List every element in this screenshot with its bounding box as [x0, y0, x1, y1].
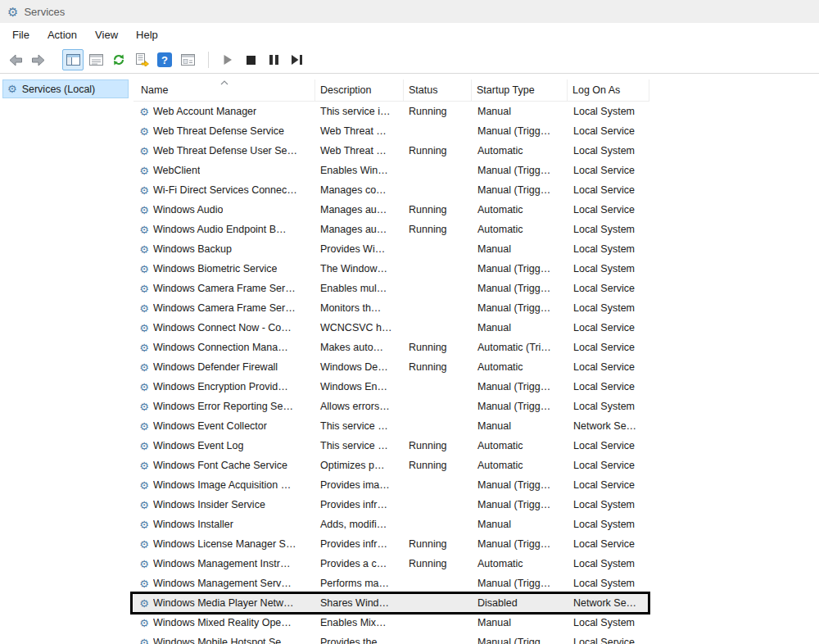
- console-tree-window-icon: [66, 54, 80, 66]
- column-header-name[interactable]: Name: [133, 79, 315, 101]
- table-row[interactable]: ⚙ Windows Event Log This service … Runni…: [133, 436, 649, 456]
- table-row[interactable]: ⚙ Windows Insider Service Provides infr……: [133, 495, 649, 515]
- table-row[interactable]: ⚙ Windows Camera Frame Ser… Monitors th……: [133, 298, 649, 318]
- title-bar: ⚙ Services: [0, 0, 819, 23]
- export-list-button[interactable]: [131, 49, 152, 70]
- service-startup-type: Automatic: [472, 440, 568, 451]
- properties-window-icon: [181, 54, 195, 66]
- column-header-log-on-as[interactable]: Log On As: [568, 79, 649, 101]
- table-row[interactable]: ⚙ WebClient Enables Win… Manual (Trigg… …: [133, 161, 649, 180]
- service-gear-icon: ⚙: [138, 381, 151, 393]
- service-startup-type: Manual: [472, 519, 568, 530]
- table-row[interactable]: ⚙ Windows Installer Adds, modifi… Manual…: [133, 515, 649, 534]
- table-row[interactable]: ⚙ Windows Encryption Provid… Windows En……: [133, 377, 649, 397]
- service-name: Windows Mobile Hotspot Se…: [153, 637, 292, 644]
- service-log-on-as: Local System: [568, 401, 649, 412]
- menu-view[interactable]: View: [86, 25, 127, 44]
- table-row[interactable]: ⚙ Windows Management Serv… Performs ma… …: [133, 574, 649, 593]
- forward-button[interactable]: [28, 49, 49, 70]
- table-row[interactable]: ⚙ Windows Defender Firewall Windows De… …: [133, 357, 649, 377]
- show-console-tree-button[interactable]: [62, 49, 84, 70]
- menu-action[interactable]: Action: [38, 25, 86, 44]
- service-startup-type: Manual (Trigg…: [472, 637, 568, 644]
- service-startup-type: Manual (Trigg…: [472, 479, 568, 491]
- service-startup-type: Automatic: [472, 460, 568, 471]
- table-row[interactable]: ⚙ Web Threat Defense Service Web Threat …: [133, 121, 649, 141]
- service-name: WebClient: [153, 165, 200, 176]
- table-row[interactable]: ⚙ Windows Audio Manages au… Running Auto…: [133, 200, 649, 220]
- table-row[interactable]: ⚙ Windows Backup Provides Wi… Manual Loc…: [133, 239, 649, 259]
- back-arrow-icon: [8, 54, 23, 66]
- service-log-on-as: Local Service: [568, 165, 649, 176]
- service-log-on-as: Local System: [568, 243, 649, 255]
- table-row[interactable]: ⚙ Windows Mixed Reality Ope… Enables Mix…: [133, 613, 649, 633]
- refresh-button[interactable]: [108, 49, 129, 70]
- service-description: Provides infr…: [315, 499, 404, 510]
- table-row[interactable]: ⚙ Windows Audio Endpoint B… Manages au… …: [133, 220, 649, 239]
- service-startup-type: Automatic: [472, 558, 568, 569]
- service-startup-type: Manual (Trigg…: [472, 538, 568, 550]
- column-header-description[interactable]: Description: [315, 79, 404, 101]
- service-log-on-as: Local Service: [568, 184, 649, 196]
- table-row[interactable]: ⚙ Windows Connection Mana… Makes auto… R…: [133, 338, 649, 357]
- table-row[interactable]: ⚙ Windows Biometric Service The Window… …: [133, 259, 649, 279]
- service-log-on-as: Local System: [568, 578, 649, 589]
- properties-button[interactable]: [177, 49, 198, 70]
- table-row[interactable]: ⚙ Windows License Manager S… Provides in…: [133, 534, 649, 554]
- service-gear-icon: ⚙: [138, 479, 151, 492]
- sidebar-item-services-local[interactable]: ⚙ Services (Local): [2, 79, 129, 98]
- service-status: Running: [404, 106, 472, 117]
- stop-icon: [247, 56, 256, 65]
- service-startup-type: Automatic: [472, 204, 568, 215]
- table-row[interactable]: ⚙ Windows Event Collector This service ……: [133, 416, 649, 436]
- pause-service-button[interactable]: [263, 49, 284, 70]
- menu-file[interactable]: File: [3, 25, 38, 44]
- service-log-on-as: Local System: [568, 617, 649, 628]
- column-header-status[interactable]: Status: [404, 79, 472, 101]
- table-row[interactable]: ⚙ Windows Mobile Hotspot Se… Provides th…: [133, 633, 649, 644]
- table-row[interactable]: ⚙ Web Account Manager This service i… Ru…: [133, 102, 649, 121]
- column-header-startup-type[interactable]: Startup Type: [472, 79, 568, 101]
- service-gear-icon: ⚙: [138, 184, 151, 197]
- restart-service-button[interactable]: [286, 49, 307, 70]
- back-button[interactable]: [5, 49, 26, 70]
- service-description: This service …: [315, 420, 404, 432]
- help-button[interactable]: ?: [154, 49, 175, 70]
- service-gear-icon: ⚙: [138, 322, 151, 334]
- list-window-icon: [89, 54, 103, 66]
- service-description: This service i…: [315, 106, 404, 117]
- service-name: Windows Biometric Service: [153, 263, 277, 274]
- menu-help[interactable]: Help: [127, 25, 167, 44]
- service-description: Enables Mix…: [315, 617, 404, 628]
- play-icon: [223, 54, 233, 66]
- service-gear-icon: ⚙: [138, 558, 151, 570]
- service-log-on-as: Local Service: [568, 460, 649, 471]
- table-row[interactable]: ⚙ Wi-Fi Direct Services Connec… Manages …: [133, 180, 649, 200]
- table-row[interactable]: ⚙ Windows Error Reporting Se… Allows err…: [133, 397, 649, 416]
- service-name: Windows Image Acquisition …: [153, 479, 291, 491]
- service-gear-icon: ⚙: [138, 401, 151, 413]
- service-startup-type: Manual (Trigg…: [472, 401, 568, 412]
- service-log-on-as: Local Service: [568, 361, 649, 373]
- service-description: Web Threat …: [315, 145, 404, 156]
- table-row[interactable]: ⚙ Windows Camera Frame Ser… Enables mul……: [133, 279, 649, 298]
- table-row[interactable]: ⚙ Windows Connect Now - Co… WCNCSVC h… M…: [133, 318, 649, 338]
- stop-service-button[interactable]: [240, 49, 261, 70]
- start-service-button[interactable]: [217, 49, 238, 70]
- service-name: Windows Defender Firewall: [153, 361, 278, 373]
- table-row[interactable]: ⚙ Windows Font Cache Service Optimizes p…: [133, 456, 649, 475]
- service-log-on-as: Local Service: [568, 381, 649, 392]
- table-row[interactable]: ⚙ Windows Media Player Netw… Shares Wind…: [133, 593, 649, 613]
- service-startup-type: Manual: [472, 420, 568, 432]
- table-row[interactable]: ⚙ Windows Image Acquisition … Provides i…: [133, 475, 649, 495]
- service-log-on-as: Local System: [568, 106, 649, 117]
- service-status: Running: [404, 145, 472, 156]
- service-name: Windows Insider Service: [153, 499, 265, 510]
- list-pane-button[interactable]: [85, 49, 106, 70]
- service-name: Windows Error Reporting Se…: [153, 401, 293, 412]
- table-row[interactable]: ⚙ Windows Management Instr… Provides a c…: [133, 554, 649, 574]
- service-log-on-as: Local Service: [568, 479, 649, 491]
- table-row[interactable]: ⚙ Web Threat Defense User Se… Web Threat…: [133, 141, 649, 161]
- service-name: Windows Connection Mana…: [153, 342, 288, 353]
- service-name: Windows Event Collector: [153, 420, 267, 432]
